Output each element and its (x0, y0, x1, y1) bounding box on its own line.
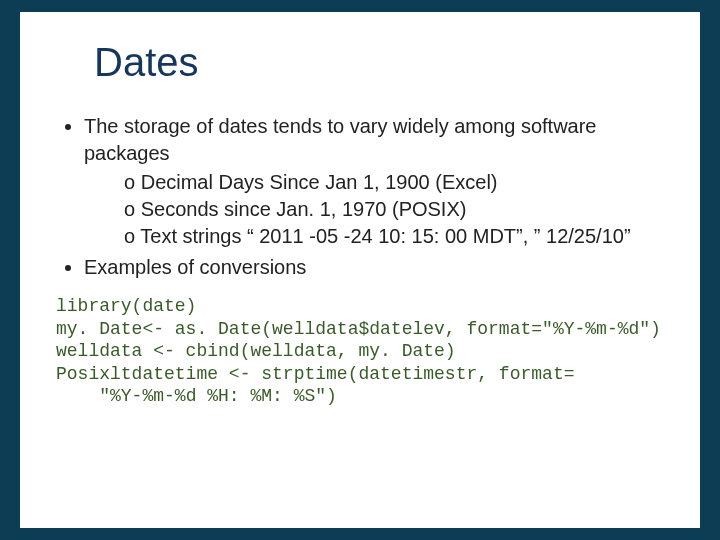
sub-bullet-item: Decimal Days Since Jan 1, 1900 (Excel) (124, 169, 664, 196)
bullet-list: The storage of dates tends to vary widel… (56, 113, 664, 281)
sub-bullet-item: Text strings “ 2011 -05 -24 10: 15: 00 M… (124, 223, 664, 250)
bullet-item: The storage of dates tends to vary widel… (84, 113, 664, 167)
sub-bullet-list: Decimal Days Since Jan 1, 1900 (Excel) S… (84, 169, 664, 250)
slide-title: Dates (94, 40, 664, 85)
bullet-item: Examples of conversions (84, 254, 664, 281)
code-block: library(date) my. Date<- as. Date(wellda… (56, 295, 664, 408)
slide: Dates The storage of dates tends to vary… (20, 12, 700, 528)
sub-bullet-item: Seconds since Jan. 1, 1970 (POSIX) (124, 196, 664, 223)
